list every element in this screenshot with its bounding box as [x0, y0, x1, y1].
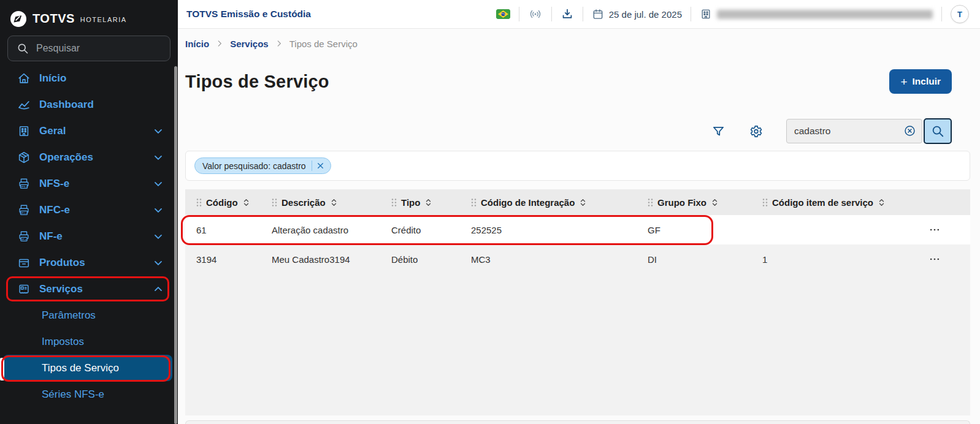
- filter-button[interactable]: [709, 122, 728, 141]
- sidebar-subitem-label: Séries NFS-e: [42, 388, 104, 401]
- brazil-flag-icon: [496, 9, 510, 19]
- footer-card-edge: [185, 420, 970, 424]
- cell-codigo-item: 1: [751, 254, 915, 265]
- funnel-icon: [711, 124, 725, 138]
- nfe-doc-icon: NF-e: [17, 230, 31, 243]
- column-header-codigo-item[interactable]: Código item de serviço: [751, 197, 915, 208]
- column-header-codigo[interactable]: Código: [185, 197, 261, 208]
- drag-handle-icon[interactable]: [648, 198, 653, 207]
- drag-handle-icon[interactable]: [196, 198, 202, 207]
- breadcrumb-link-inicio[interactable]: Início: [185, 39, 209, 49]
- sort-icon[interactable]: [242, 198, 250, 207]
- sidebar-subitem-label: Tipos de Serviço: [42, 362, 119, 374]
- chevron-right-icon: [275, 39, 283, 48]
- sort-icon[interactable]: [424, 198, 432, 207]
- date-picker-button[interactable]: 25 de jul. de 2025: [592, 8, 682, 20]
- drag-handle-icon[interactable]: [762, 198, 768, 207]
- sort-icon[interactable]: [579, 198, 587, 207]
- sort-icon[interactable]: [711, 198, 719, 207]
- drag-handle-icon[interactable]: [391, 198, 397, 207]
- logo-brand-text: TOTVS: [33, 12, 75, 26]
- drag-handle-icon[interactable]: [471, 198, 477, 207]
- broadcast-button[interactable]: [528, 7, 543, 21]
- download-button[interactable]: [561, 7, 574, 21]
- calendar-icon: [592, 8, 604, 20]
- topbar-divider: [583, 7, 583, 21]
- topbar-divider: [941, 7, 942, 21]
- table-row[interactable]: 61 Alteração cadastro Crédito 252525 GF: [185, 215, 970, 244]
- home-icon: [17, 72, 31, 85]
- search-icon: [931, 124, 944, 138]
- column-header-tipo[interactable]: Tipo: [380, 197, 460, 208]
- company-name-redacted: [717, 10, 933, 19]
- sidebar-item-geral[interactable]: Geral: [0, 118, 178, 144]
- cell-codigo: 3194: [185, 254, 261, 265]
- sort-icon[interactable]: [330, 198, 338, 207]
- user-avatar[interactable]: T: [951, 5, 969, 23]
- sidebar-item-operacoes[interactable]: Operações: [0, 144, 178, 170]
- chevron-down-icon: [152, 230, 164, 243]
- clear-search-button[interactable]: [903, 124, 916, 137]
- sidebar-search-input[interactable]: [36, 43, 163, 54]
- column-label: Tipo: [401, 197, 420, 208]
- search-icon: [17, 42, 29, 55]
- sidebar-subitem-impostos[interactable]: Impostos: [0, 328, 178, 355]
- sort-icon[interactable]: [878, 198, 886, 207]
- drag-handle-icon[interactable]: [272, 198, 277, 207]
- search-submit-button[interactable]: [924, 118, 952, 144]
- company-selector-button[interactable]: [700, 8, 933, 20]
- language-flag-button[interactable]: [496, 9, 510, 19]
- topbar-divider: [691, 7, 691, 21]
- row-actions-button[interactable]: [926, 251, 943, 268]
- sidebar-subitem-parametros[interactable]: Parâmetros: [0, 302, 178, 328]
- column-header-codigo-integracao[interactable]: Código de Integração: [460, 197, 637, 208]
- topbar: TOTVS Emissão e Custódia: [178, 0, 980, 29]
- settings-button[interactable]: [746, 122, 765, 141]
- table-row[interactable]: 3194 Meu Cadastro3194 Débito MC3 DI 1: [185, 244, 970, 274]
- column-header-descricao[interactable]: Descrição: [261, 197, 380, 208]
- row-actions-button[interactable]: [926, 221, 943, 238]
- building-icon: [17, 124, 31, 138]
- sidebar-item-inicio[interactable]: Início: [0, 65, 178, 91]
- svg-text:NFS-e: NFS-e: [20, 185, 28, 188]
- cell-descricao: Meu Cadastro3194: [261, 254, 380, 265]
- sidebar-scrollbar-thumb[interactable]: [174, 66, 177, 424]
- sidebar-item-label: Geral: [39, 125, 66, 137]
- sidebar-subitem-tipos-de-servico[interactable]: Tipos de Serviço: [3, 355, 172, 381]
- sidebar-item-label: Serviços: [39, 283, 83, 295]
- applied-filters-card: Valor pesquisado: cadastro: [185, 151, 970, 181]
- sidebar-subitem-label: Impostos: [42, 336, 84, 348]
- breadcrumb-link-servicos[interactable]: Serviços: [230, 39, 269, 49]
- sidebar-item-label: Produtos: [39, 257, 85, 269]
- sidebar-item-label: Operações: [39, 151, 93, 164]
- table-header-row: Código Descrição Tipo Código de Integraç…: [185, 189, 970, 215]
- remove-filter-button[interactable]: [312, 160, 329, 172]
- sidebar-item-dashboard[interactable]: Dashboard: [0, 91, 178, 118]
- sidebar-item-nfce[interactable]: NFC-e NFC-e: [0, 197, 178, 223]
- active-item-indicator: [0, 358, 4, 380]
- filter-toolbar: [178, 118, 980, 144]
- svg-text:NFC-e: NFC-e: [20, 211, 28, 214]
- sidebar-item-produtos[interactable]: Produtos: [0, 249, 178, 276]
- chevron-down-icon: [152, 178, 164, 190]
- chevron-down-icon: [152, 257, 164, 269]
- plus-icon: +: [900, 76, 907, 88]
- cell-grupo-fixo: DI: [637, 254, 751, 265]
- sidebar-item-nfe[interactable]: NF-e NF-e: [0, 223, 178, 249]
- table-search-input[interactable]: [786, 119, 922, 143]
- sidebar-item-servicos[interactable]: Serviços: [0, 276, 178, 302]
- topbar-divider: [551, 7, 552, 21]
- column-header-grupo-fixo[interactable]: Grupo Fixo: [637, 197, 751, 208]
- cell-codigo: 61: [185, 225, 261, 235]
- sidebar-subitem-series-nfse[interactable]: Séries NFS-e: [0, 381, 178, 407]
- page-title: Tipos de Serviço: [185, 72, 329, 92]
- sidebar-item-nfse[interactable]: NFS-e NFS-e: [0, 170, 178, 197]
- filter-chip-label: Valor pesquisado: cadastro: [202, 161, 312, 171]
- column-label: Código de Integração: [481, 197, 575, 208]
- sidebar-search[interactable]: [7, 36, 170, 61]
- chevron-down-icon: [152, 125, 164, 137]
- include-button[interactable]: + Incluir: [889, 69, 952, 94]
- close-icon: [316, 162, 324, 170]
- column-label: Código: [206, 197, 238, 208]
- app-title-link[interactable]: TOTVS Emissão e Custódia: [186, 9, 311, 20]
